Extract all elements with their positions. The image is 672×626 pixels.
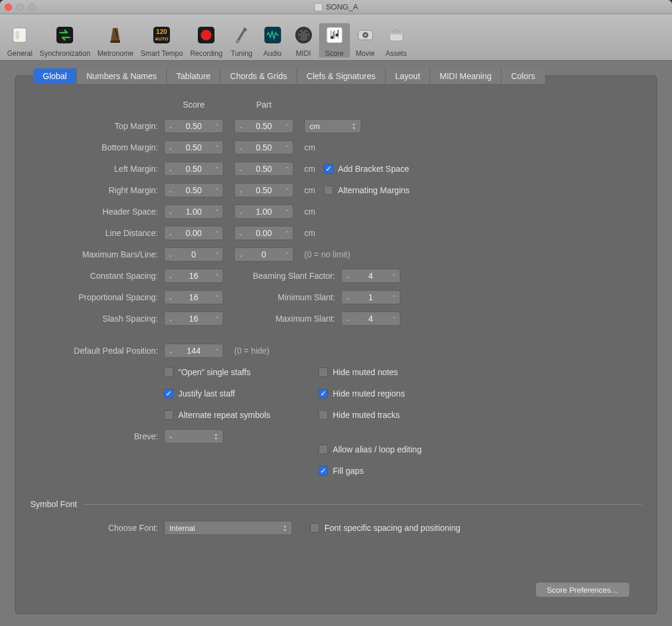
tab-chords-grids[interactable]: Chords & Grids xyxy=(220,68,297,84)
score-preferences-button[interactable]: Score Preferences… xyxy=(535,582,630,597)
chevron-up-icon[interactable]: ⌃ xyxy=(388,316,400,322)
toolbar-metronome[interactable]: Metronome xyxy=(94,23,137,58)
fill-gaps-checkbox[interactable] xyxy=(318,466,328,476)
max-bars-score-stepper[interactable]: ⌄0⌃ xyxy=(164,247,223,262)
toolbar-score[interactable]: Score xyxy=(319,23,350,58)
breve-dropdown[interactable]: -▲▼ xyxy=(164,429,223,443)
pedal-position-stepper[interactable]: ⌄144⌃ xyxy=(164,344,223,358)
tab-layout[interactable]: Layout xyxy=(386,68,430,84)
alternate-repeat-checkbox[interactable] xyxy=(164,410,173,420)
hide-muted-tracks-checkbox[interactable] xyxy=(318,410,328,420)
chevron-up-icon[interactable]: ⌃ xyxy=(211,294,223,301)
minimize-button[interactable] xyxy=(17,4,24,11)
line-distance-score-stepper[interactable]: ⌄0.00⌃ xyxy=(164,226,223,240)
tab-midi-meaning[interactable]: MIDI Meaning xyxy=(430,68,501,84)
tab-clefs-signatures[interactable]: Clefs & Signatures xyxy=(297,68,386,84)
justify-last-staff-checkbox[interactable] xyxy=(164,389,173,398)
tab-numbers-names[interactable]: Numbers & Names xyxy=(77,68,166,84)
zoom-button[interactable] xyxy=(29,4,36,11)
slash-spacing-stepper[interactable]: ⌄16⌃ xyxy=(164,312,223,326)
chevron-down-icon[interactable]: ⌄ xyxy=(165,209,176,215)
unit-dropdown[interactable]: cm▲▼ xyxy=(304,119,361,133)
top-margin-part-stepper[interactable]: ⌄0.50⌃ xyxy=(234,119,294,133)
chevron-down-icon[interactable]: ⌄ xyxy=(165,294,176,301)
chevron-up-icon[interactable]: ⌃ xyxy=(388,294,400,301)
chevron-up-icon[interactable]: ⌃ xyxy=(281,209,293,215)
chevron-up-icon[interactable]: ⌃ xyxy=(211,209,223,215)
chevron-down-icon[interactable]: ⌄ xyxy=(342,294,354,301)
chevron-up-icon[interactable]: ⌃ xyxy=(211,123,223,130)
bottom-margin-part-stepper[interactable]: ⌄0.50⌃ xyxy=(234,140,294,155)
left-margin-part-stepper[interactable]: ⌄0.50⌃ xyxy=(234,162,294,176)
tab-global[interactable]: Global xyxy=(33,68,77,84)
beaming-slant-stepper[interactable]: ⌄4⌃ xyxy=(341,269,400,283)
chevron-down-icon[interactable]: ⌄ xyxy=(235,144,247,151)
close-button[interactable] xyxy=(5,4,12,11)
chevron-up-icon[interactable]: ⌃ xyxy=(281,251,293,258)
right-margin-score-stepper[interactable]: ⌄0.50⌃ xyxy=(164,183,223,197)
toolbar-recording[interactable]: Recording xyxy=(187,23,226,58)
chevron-up-icon[interactable]: ⌃ xyxy=(211,348,223,354)
chevron-down-icon[interactable]: ⌄ xyxy=(165,273,176,279)
max-slant-stepper[interactable]: ⌄4⌃ xyxy=(341,312,400,326)
chevron-up-icon[interactable]: ⌃ xyxy=(211,273,223,279)
bottom-margin-score-stepper[interactable]: ⌄0.50⌃ xyxy=(164,140,223,155)
hide-muted-regions-checkbox[interactable] xyxy=(318,389,328,398)
constant-spacing-stepper[interactable]: ⌄16⌃ xyxy=(164,269,223,283)
chevron-up-icon[interactable]: ⌃ xyxy=(281,144,293,151)
toolbar-midi[interactable]: MIDI xyxy=(288,23,319,58)
toolbar-assets[interactable]: Assets xyxy=(381,23,412,58)
top-margin-score-stepper[interactable]: ⌄0.50⌃ xyxy=(164,119,223,133)
toolbar-general[interactable]: General xyxy=(4,23,36,58)
right-margin-part-stepper[interactable]: ⌄0.50⌃ xyxy=(234,183,294,197)
tab-colors[interactable]: Colors xyxy=(501,68,544,84)
chevron-up-icon[interactable]: ⌃ xyxy=(211,251,223,258)
chevron-down-icon[interactable]: ⌄ xyxy=(342,316,354,322)
line-distance-part-stepper[interactable]: ⌄0.00⌃ xyxy=(234,226,294,240)
font-specific-spacing-checkbox[interactable] xyxy=(310,523,320,533)
chevron-down-icon[interactable]: ⌄ xyxy=(235,209,247,215)
chevron-up-icon[interactable]: ⌃ xyxy=(211,187,223,194)
chevron-up-icon[interactable]: ⌃ xyxy=(281,166,293,172)
chevron-up-icon[interactable]: ⌃ xyxy=(211,166,223,172)
chevron-down-icon[interactable]: ⌄ xyxy=(165,187,176,194)
open-single-staffs-checkbox[interactable] xyxy=(164,367,173,377)
toolbar-movie[interactable]: Movie xyxy=(350,23,381,58)
chevron-up-icon[interactable]: ⌃ xyxy=(281,123,293,130)
proportional-spacing-stepper[interactable]: ⌄16⌃ xyxy=(164,290,223,304)
alternating-margins-checkbox[interactable] xyxy=(324,185,333,195)
chevron-up-icon[interactable]: ⌃ xyxy=(211,316,223,322)
chevron-down-icon[interactable]: ⌄ xyxy=(165,166,176,172)
chevron-down-icon[interactable]: ⌄ xyxy=(165,144,176,151)
tab-tablature[interactable]: Tablature xyxy=(167,68,221,84)
toolbar-synchronization[interactable]: Synchronization xyxy=(36,23,94,58)
chevron-down-icon[interactable]: ⌄ xyxy=(342,273,354,279)
min-slant-stepper[interactable]: ⌄1⌃ xyxy=(341,290,400,304)
chevron-down-icon[interactable]: ⌄ xyxy=(235,123,247,130)
choose-font-dropdown[interactable]: Internal▲▼ xyxy=(164,521,292,535)
chevron-up-icon[interactable]: ⌃ xyxy=(211,144,223,151)
allow-alias-checkbox[interactable] xyxy=(318,445,328,454)
max-bars-part-stepper[interactable]: ⌄0⌃ xyxy=(234,247,294,262)
left-margin-score-stepper[interactable]: ⌄0.50⌃ xyxy=(164,162,223,176)
chevron-down-icon[interactable]: ⌄ xyxy=(165,348,176,354)
chevron-down-icon[interactable]: ⌄ xyxy=(235,230,247,237)
hide-muted-notes-checkbox[interactable] xyxy=(318,367,328,377)
header-space-part-stepper[interactable]: ⌄1.00⌃ xyxy=(234,205,294,219)
chevron-up-icon[interactable]: ⌃ xyxy=(388,273,400,279)
chevron-down-icon[interactable]: ⌄ xyxy=(165,251,176,258)
chevron-up-icon[interactable]: ⌃ xyxy=(211,230,223,237)
chevron-down-icon[interactable]: ⌄ xyxy=(235,166,247,172)
toolbar-smart-tempo[interactable]: 120AUTO Smart Tempo xyxy=(137,23,187,58)
chevron-down-icon[interactable]: ⌄ xyxy=(165,123,176,130)
toolbar-audio[interactable]: Audio xyxy=(257,23,288,58)
toolbar-tuning[interactable]: Tuning xyxy=(226,23,257,58)
chevron-down-icon[interactable]: ⌄ xyxy=(165,230,176,237)
add-bracket-space-checkbox[interactable] xyxy=(324,164,333,174)
chevron-up-icon[interactable]: ⌃ xyxy=(281,230,293,237)
chevron-up-icon[interactable]: ⌃ xyxy=(281,187,293,194)
header-space-score-stepper[interactable]: ⌄1.00⌃ xyxy=(164,205,223,219)
chevron-down-icon[interactable]: ⌄ xyxy=(235,187,247,194)
chevron-down-icon[interactable]: ⌄ xyxy=(235,251,247,258)
chevron-down-icon[interactable]: ⌄ xyxy=(165,316,176,322)
